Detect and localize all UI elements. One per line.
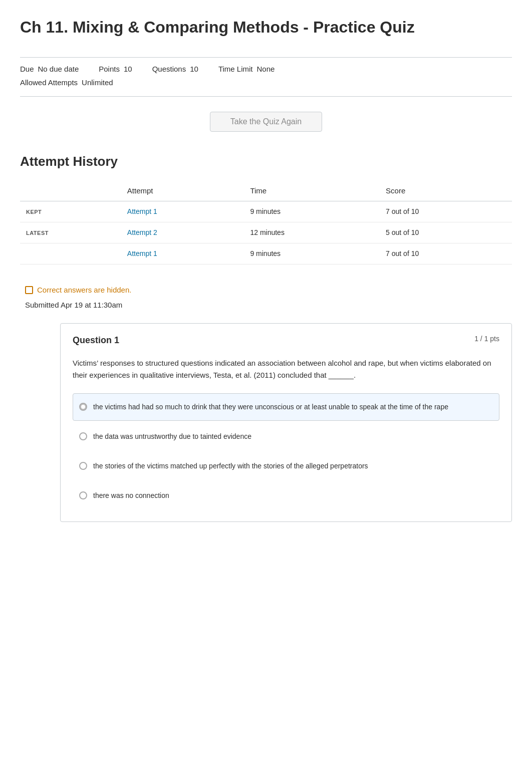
time-cell: 12 minutes xyxy=(244,222,380,243)
col-attempt: Attempt xyxy=(121,181,244,201)
row-badge: KEPT xyxy=(26,209,42,215)
questions-label: Questions xyxy=(152,64,186,75)
radio-circle xyxy=(79,491,87,499)
meta-allowed-attempts: Allowed Attempts Unlimited xyxy=(20,77,113,89)
radio-circle xyxy=(79,403,87,411)
attempt-cell: Attempt 1 xyxy=(121,243,244,264)
answer-option[interactable]: the victims had had so much to drink tha… xyxy=(73,393,499,421)
radio-circle xyxy=(79,432,87,440)
notice-icon xyxy=(25,286,33,294)
time-limit-value: None xyxy=(257,64,275,75)
answer-text: the stories of the victims matched up pe… xyxy=(93,461,368,471)
answer-option[interactable]: the stories of the victims matched up pe… xyxy=(73,452,499,480)
meta-points: Points 10 xyxy=(99,64,132,75)
badge-cell: LATEST xyxy=(20,222,121,243)
question-label: Question 1 xyxy=(73,334,119,347)
meta-due: Due No due date xyxy=(20,64,79,75)
question-card: Question 1 1 / 1 pts Victims’ responses … xyxy=(60,323,512,522)
due-value: No due date xyxy=(38,64,79,75)
allowed-attempts-value: Unlimited xyxy=(82,77,113,89)
radio-circle xyxy=(79,462,87,470)
points-value: 10 xyxy=(124,64,132,75)
answer-option[interactable]: there was no connection xyxy=(73,482,499,509)
col-badge xyxy=(20,181,121,201)
points-label: Points xyxy=(99,64,120,75)
quiz-meta: Due No due date Points 10 Questions 10 T… xyxy=(20,57,512,97)
answer-option[interactable]: the data was untrustworthy due to tainte… xyxy=(73,423,499,450)
attempt-history-table: Attempt Time Score KEPT Attempt 1 9 minu… xyxy=(20,181,512,265)
attempt-history-title: Attempt History xyxy=(20,152,512,171)
meta-row-1: Due No due date Points 10 Questions 10 T… xyxy=(20,64,512,75)
score-cell: 7 out of 10 xyxy=(380,201,512,222)
meta-row-2: Allowed Attempts Unlimited xyxy=(20,77,512,89)
attempt-link[interactable]: Attempt 1 xyxy=(127,249,157,257)
quiz-title: Ch 11. Mixing & Comparing Methods - Prac… xyxy=(20,15,512,47)
due-label: Due xyxy=(20,64,34,75)
attempt-link[interactable]: Attempt 1 xyxy=(127,207,157,215)
table-row: Attempt 1 9 minutes 7 out of 10 xyxy=(20,243,512,264)
meta-questions: Questions 10 xyxy=(152,64,198,75)
time-cell: 9 minutes xyxy=(244,243,380,264)
table-row: KEPT Attempt 1 9 minutes 7 out of 10 xyxy=(20,201,512,222)
badge-cell xyxy=(20,243,121,264)
table-header-row: Attempt Time Score xyxy=(20,181,512,201)
badge-cell: KEPT xyxy=(20,201,121,222)
row-badge: LATEST xyxy=(26,230,49,236)
page-container: Ch 11. Mixing & Comparing Methods - Prac… xyxy=(0,0,532,547)
attempt-cell: Attempt 2 xyxy=(121,222,244,243)
attempt-cell: Attempt 1 xyxy=(121,201,244,222)
score-cell: 7 out of 10 xyxy=(380,243,512,264)
notice-text: Correct answers are hidden. xyxy=(37,285,131,296)
answer-text: the victims had had so much to drink tha… xyxy=(93,402,448,412)
take-quiz-btn-container: Take the Quiz Again xyxy=(20,112,512,132)
question-text: Victims’ responses to structured questio… xyxy=(73,357,499,381)
answer-text: there was no connection xyxy=(93,490,169,501)
score-cell: 5 out of 10 xyxy=(380,222,512,243)
hidden-answers-notice: Correct answers are hidden. xyxy=(25,285,512,296)
col-score: Score xyxy=(380,181,512,201)
submitted-text: Submitted Apr 19 at 11:30am xyxy=(25,300,512,311)
answer-options: the victims had had so much to drink tha… xyxy=(73,393,499,511)
questions-value: 10 xyxy=(190,64,198,75)
answer-text: the data was untrustworthy due to tainte… xyxy=(93,431,251,442)
table-row: LATEST Attempt 2 12 minutes 5 out of 10 xyxy=(20,222,512,243)
time-limit-label: Time Limit xyxy=(218,64,253,75)
allowed-attempts-label: Allowed Attempts xyxy=(20,77,78,89)
attempt-link[interactable]: Attempt 2 xyxy=(127,228,157,236)
col-time: Time xyxy=(244,181,380,201)
meta-time-limit: Time Limit None xyxy=(218,64,275,75)
question-pts: 1 / 1 pts xyxy=(474,334,499,344)
question-header: Question 1 1 / 1 pts xyxy=(73,334,499,347)
time-cell: 9 minutes xyxy=(244,201,380,222)
take-quiz-button[interactable]: Take the Quiz Again xyxy=(210,112,322,132)
